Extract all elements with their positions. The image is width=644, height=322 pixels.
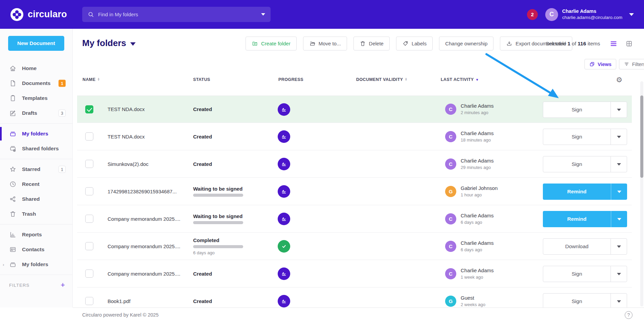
document-table: ⚙ NAME▲▼STATUSPROGRESSDOCUMENT VALIDITY▲…	[77, 0, 632, 322]
sidebar-item-drafts[interactable]: Drafts3	[0, 106, 72, 121]
sidebar-item-trash[interactable]: Trash	[0, 207, 72, 221]
row-action-split-button: Sign	[543, 293, 627, 309]
actor-avatar: C	[445, 213, 456, 224]
sidebar-item-my-folders[interactable]: ›My folders	[0, 257, 72, 272]
actor-time: 18 minutes ago	[461, 137, 491, 143]
sidebar-item-templates[interactable]: Templates	[0, 91, 72, 106]
action-dropdown-toggle[interactable]	[611, 294, 627, 309]
action-dropdown-toggle[interactable]	[611, 239, 627, 254]
sidebar-item-badge: 1	[59, 80, 66, 87]
status-text: Waiting to be signed	[193, 186, 243, 192]
signature-progress-icon	[278, 185, 290, 198]
sign-button[interactable]: Sign	[543, 129, 611, 145]
actor-name: Charlie Adams	[461, 240, 494, 246]
document-name[interactable]: TEST NDA.docx	[108, 96, 145, 123]
column-header-document-validity[interactable]: DOCUMENT VALIDITY▲▼	[356, 77, 408, 82]
row-checkbox[interactable]	[85, 242, 93, 250]
actor-time: 1 hour ago	[461, 192, 482, 197]
new-document-button[interactable]: New Document	[8, 36, 64, 51]
sidebar-item-starred[interactable]: Starred1	[0, 162, 72, 177]
sign-button[interactable]: Sign	[543, 102, 611, 117]
document-name[interactable]: Company memorandum 2025....	[108, 233, 180, 260]
actor-avatar: C	[445, 268, 456, 279]
actor-time: 1 week ago	[461, 275, 483, 280]
actor-name: Charlie Adams	[461, 103, 494, 109]
status-text: Created	[193, 161, 212, 167]
table-row[interactable]: Company memorandum 2025.... Completed6 d…	[77, 233, 632, 260]
document-name[interactable]: TEST NDA.docx	[108, 123, 145, 150]
sidebar-item-documents[interactable]: Documents1	[0, 76, 72, 91]
table-row[interactable]: Simunkova(2).doc Created C Charlie Adams…	[77, 150, 632, 178]
action-dropdown-toggle[interactable]	[611, 156, 627, 172]
sidebar-item-shared[interactable]: Shared	[0, 192, 72, 207]
actor-avatar: G	[445, 296, 456, 307]
document-name[interactable]: Company memorandum 2025....	[108, 260, 180, 287]
status-progress-bar	[193, 221, 243, 224]
last-activity-cell: C Charlie Adams18 minutes ago	[445, 123, 494, 150]
brand-logo[interactable]: circularo	[10, 8, 67, 21]
help-icon[interactable]: ?	[625, 311, 632, 319]
status-text: Created	[193, 106, 212, 112]
download-button[interactable]: Download	[543, 239, 611, 254]
contact-icon	[9, 246, 17, 253]
actor-time: 29 minutes ago	[461, 165, 491, 170]
document-name[interactable]: Company memorandum 2025....	[108, 205, 180, 232]
last-activity-cell: G Gabriel Johnson1 hour ago	[445, 178, 498, 205]
sidebar-item-label: Shared folders	[22, 146, 59, 152]
row-checkbox[interactable]	[85, 105, 93, 113]
sort-desc-icon: ▼	[476, 78, 479, 82]
remind-button[interactable]: Remind	[543, 211, 611, 227]
table-row[interactable]: Company memorandum 2025.... Waiting to b…	[77, 205, 632, 233]
sign-button[interactable]: Sign	[543, 266, 611, 282]
sidebar-item-label: Shared	[22, 196, 40, 202]
sidebar-item-label: Drafts	[22, 110, 37, 116]
sidebar-item-my-folders[interactable]: My folders	[0, 126, 72, 141]
sidebar-item-recent[interactable]: Recent	[0, 177, 72, 192]
document-name[interactable]: Simunkova(2).doc	[108, 150, 148, 177]
action-dropdown-toggle[interactable]	[611, 266, 627, 282]
last-activity-cell: C Charlie Adams29 minutes ago	[445, 150, 494, 177]
sidebar-item-contacts[interactable]: Contacts	[0, 242, 72, 257]
row-checkbox[interactable]	[85, 187, 93, 195]
actor-time: 2 weeks ago	[461, 302, 485, 307]
column-settings-gear-icon[interactable]: ⚙	[616, 76, 622, 84]
action-dropdown-toggle[interactable]	[611, 184, 627, 200]
actor-avatar: G	[445, 186, 456, 197]
scrollbar-thumb[interactable]	[640, 95, 643, 178]
table-row[interactable]: Company memorandum 2025.... Created C Ch…	[77, 260, 632, 287]
action-dropdown-toggle[interactable]	[611, 211, 627, 227]
remind-button[interactable]: Remind	[543, 184, 611, 200]
action-dropdown-toggle[interactable]	[611, 102, 627, 117]
row-action-split-button: Download	[543, 238, 627, 255]
row-checkbox[interactable]	[85, 270, 93, 278]
row-checkbox[interactable]	[85, 132, 93, 141]
signature-progress-icon	[278, 295, 290, 307]
edit-icon	[9, 109, 17, 117]
sidebar-item-shared-folders[interactable]: Shared folders	[0, 141, 72, 156]
column-header-name[interactable]: NAME▲▼	[83, 77, 100, 82]
row-checkbox[interactable]	[85, 215, 93, 223]
sign-button[interactable]: Sign	[543, 294, 611, 309]
dropdown-caret-icon	[617, 136, 621, 138]
sidebar-divider	[0, 123, 72, 124]
row-action-split-button: Sign	[543, 129, 627, 145]
table-row[interactable]: TEST NDA.docx Created C Charlie Adams18 …	[77, 123, 632, 150]
row-checkbox[interactable]	[85, 297, 93, 305]
document-name[interactable]: 17429981238269015934687...	[108, 178, 177, 205]
sidebar-filters-section: FILTERS+	[0, 278, 72, 293]
sidebar-item-home[interactable]: Home	[0, 61, 72, 76]
column-header-last-activity[interactable]: LAST ACTIVITY▼	[441, 77, 479, 82]
footer-text: Circularo powered by Karel © 2025	[82, 312, 159, 318]
column-header-progress: PROGRESS	[278, 77, 303, 82]
action-dropdown-toggle[interactable]	[611, 129, 627, 145]
column-label: NAME	[83, 77, 95, 82]
sign-button[interactable]: Sign	[543, 156, 611, 172]
table-row[interactable]: TEST NDA.docx Created C Charlie Adams2 m…	[77, 95, 632, 123]
sidebar-item-reports[interactable]: Reports	[0, 227, 72, 242]
row-checkbox[interactable]	[85, 160, 93, 168]
status-text: Waiting to be signed	[193, 213, 243, 219]
tray-icon	[9, 130, 17, 137]
actor-avatar: C	[445, 158, 456, 170]
table-row[interactable]: 17429981238269015934687... Waiting to be…	[77, 178, 632, 205]
add-filter-button[interactable]: +	[61, 281, 65, 289]
